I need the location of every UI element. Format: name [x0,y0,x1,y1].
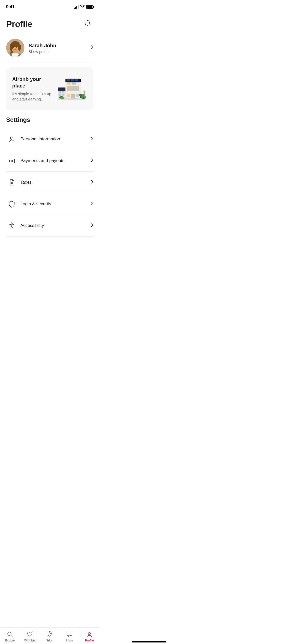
svg-rect-13 [59,91,61,93]
svg-rect-16 [62,94,64,96]
svg-point-49 [11,223,12,224]
user-name: Sarah John [29,42,91,49]
airbnb-card[interactable]: Airbnb your place It's simple to get set… [6,67,93,110]
page-title: Profile [6,19,32,29]
airbnb-card-title: Airbnb your place [12,76,52,89]
airbnb-card-text: Airbnb your place It's simple to get set… [12,76,57,102]
svg-point-43 [10,137,13,139]
taxes-chevron [91,180,93,185]
svg-rect-30 [76,94,79,97]
user-info: Sarah John Show profile [24,42,91,54]
login-security-item[interactable]: Login & security [6,193,93,215]
svg-point-9 [16,47,17,48]
payments-chevron [91,158,93,163]
svg-rect-20 [71,79,74,81]
user-profile-row[interactable]: Sarah John Show profile [6,35,93,61]
svg-rect-12 [58,87,66,91]
payment-icon [6,155,17,166]
avatar [6,39,24,57]
signal-icon [74,5,78,9]
main-content: Profile [0,12,99,262]
house-illustration [57,74,87,104]
page-header: Profile [6,12,93,35]
status-bar: 9:41 [0,0,99,12]
status-icons [74,5,93,9]
svg-point-46 [9,160,11,162]
login-security-label: Login & security [17,201,91,207]
accessibility-label: Accessibility [17,223,91,228]
personal-information-chevron [91,137,93,142]
svg-point-8 [13,47,14,48]
payments-item[interactable]: Payments and payouts [6,150,93,172]
svg-rect-33 [62,98,62,99]
svg-rect-14 [62,91,64,93]
svg-rect-40 [84,91,85,98]
taxes-item[interactable]: Taxes [6,172,93,193]
svg-point-6 [18,44,21,51]
svg-rect-23 [72,82,76,85]
svg-rect-21 [75,79,78,81]
settings-section: Settings Personal information [6,116,93,237]
settings-title: Settings [6,116,93,123]
svg-rect-38 [80,96,81,98]
personal-information-item[interactable]: Personal information [6,128,93,150]
login-security-chevron [91,201,93,207]
svg-rect-22 [67,82,71,85]
payments-label: Payments and payouts [17,158,91,163]
profile-chevron-icon [91,45,93,51]
wifi-icon [80,5,85,9]
svg-rect-39 [71,98,76,99]
battery-icon [86,5,93,9]
notifications-button[interactable] [82,18,93,30]
status-time: 9:41 [6,4,15,9]
user-subtitle: Show profile [29,49,91,54]
document-icon [6,177,17,188]
svg-point-28 [75,96,75,97]
personal-information-label: Personal information [17,137,91,142]
bell-icon [84,20,91,27]
bell-wrapper [84,20,91,28]
person-icon [6,134,17,145]
airbnb-card-subtitle: It's simple to get set up and start earn… [12,91,52,102]
svg-rect-29 [67,94,70,97]
taxes-label: Taxes [17,180,91,185]
accessibility-chevron [91,223,93,228]
svg-rect-19 [67,79,70,81]
accessibility-icon [6,220,17,231]
svg-rect-36 [83,97,84,99]
accessibility-item[interactable]: Accessibility [6,215,93,237]
shield-icon [6,198,17,210]
svg-rect-7 [12,53,19,57]
svg-rect-44 [9,159,15,163]
svg-point-42 [84,90,85,92]
